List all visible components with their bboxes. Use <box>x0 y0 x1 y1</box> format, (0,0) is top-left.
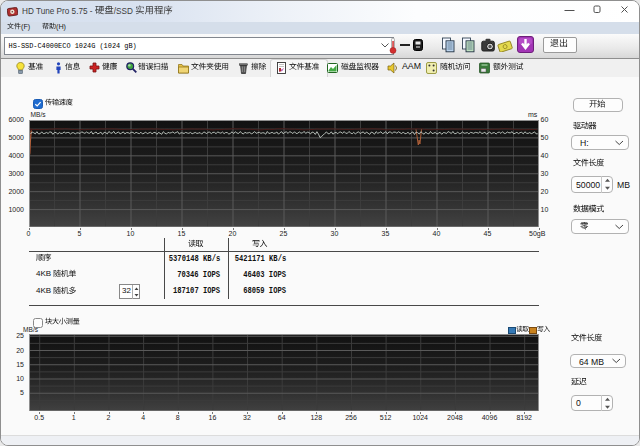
svg-text:4KB: 4KB <box>36 269 53 278</box>
svg-text:(F): (F) <box>21 21 30 30</box>
svg-text:4KB: 4KB <box>36 286 53 295</box>
svg-text:AAM: AAM <box>402 61 421 71</box>
svg-text:/SSD: /SSD <box>114 6 135 15</box>
svg-text:(H): (H) <box>56 21 66 30</box>
svg-text:HD Tune Pro 5.75 -: HD Tune Pro 5.75 - <box>22 6 95 15</box>
